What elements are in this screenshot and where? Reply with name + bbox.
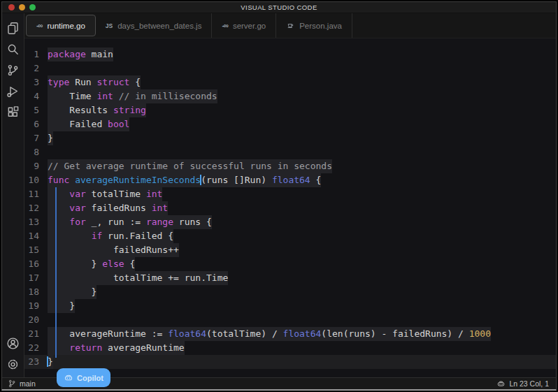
code-line-13[interactable]: 13 for _, run := range runs { bbox=[24, 215, 556, 229]
line-number: 7 bbox=[24, 131, 48, 145]
copilot-button[interactable]: Copilot bbox=[57, 368, 110, 387]
code-line-6[interactable]: 6 Failed bool bbox=[24, 117, 556, 131]
line-number: 12 bbox=[24, 201, 48, 215]
code-line-12[interactable]: 12 var failedRuns int bbox=[24, 201, 556, 215]
tab-bar: -∞runtime.goJSdays_between_dates.js-∞ser… bbox=[24, 13, 556, 38]
code-line-3[interactable]: 3type Run struct { bbox=[24, 75, 556, 89]
code-line-23[interactable]: 23} bbox=[24, 355, 556, 369]
code-line-20[interactable]: 20 bbox=[24, 313, 556, 327]
code-line-22[interactable]: 22 return averageRuntime bbox=[24, 341, 556, 355]
branch-indicator[interactable]: main bbox=[8, 379, 36, 388]
tab-label: days_between_dates.js bbox=[117, 22, 201, 30]
code-text: } bbox=[48, 299, 75, 313]
code-text: Failed bool bbox=[48, 117, 129, 131]
text-cursor bbox=[200, 175, 201, 185]
tab-label: runtime.go bbox=[47, 22, 85, 30]
code-line-11[interactable]: 11 var totalTime int bbox=[24, 187, 556, 201]
account-icon[interactable] bbox=[3, 333, 24, 354]
go-file-icon: -∞ bbox=[222, 22, 227, 29]
code-line-5[interactable]: 5 Results string bbox=[24, 103, 556, 117]
source-control-icon[interactable] bbox=[3, 59, 24, 80]
code-text: return averageRuntime bbox=[48, 341, 185, 355]
code-text: type Run struct { bbox=[48, 75, 141, 89]
maximize-window-button[interactable] bbox=[29, 4, 36, 10]
code-line-15[interactable]: 15 failedRuns++ bbox=[24, 243, 556, 257]
search-icon[interactable] bbox=[3, 38, 24, 59]
workbench: -∞runtime.goJSdays_between_dates.js-∞ser… bbox=[2, 13, 556, 377]
close-window-button[interactable] bbox=[8, 4, 15, 10]
line-number: 6 bbox=[24, 117, 48, 131]
code-text: Results string bbox=[48, 103, 146, 117]
code-line-18[interactable]: 18 } bbox=[24, 285, 556, 299]
activity-bar-bottom bbox=[3, 333, 24, 375]
explorer-icon[interactable] bbox=[3, 17, 24, 38]
tab-person-java[interactable]: Person.java bbox=[276, 13, 352, 38]
line-number: 11 bbox=[24, 187, 48, 201]
line-number: 17 bbox=[24, 271, 48, 285]
git-branch-icon bbox=[8, 379, 16, 388]
code-text: } bbox=[48, 355, 53, 369]
code-line-1[interactable]: 1package main bbox=[24, 48, 556, 61]
screen: Visual Studio Code -∞runtime.goJSdays_be… bbox=[0, 0, 558, 392]
code-line-17[interactable]: 17 totalTime += run.Time bbox=[24, 271, 556, 285]
code-line-4[interactable]: 4 Time int // in milliseconds bbox=[24, 89, 556, 103]
line-number: 13 bbox=[24, 215, 48, 229]
code-text: totalTime += run.Time bbox=[48, 271, 228, 285]
active-indent-guide bbox=[55, 187, 57, 358]
code-text: averageRuntime := float64(totalTime) / f… bbox=[48, 327, 491, 341]
branch-name: main bbox=[20, 379, 36, 388]
line-number: 15 bbox=[24, 243, 48, 257]
window-title: Visual Studio Code bbox=[241, 3, 317, 11]
code-text: for _, run := range runs { bbox=[48, 215, 212, 229]
run-debug-icon[interactable] bbox=[3, 80, 24, 101]
code-line-19[interactable]: 19 } bbox=[24, 299, 556, 313]
code-text: } else { bbox=[48, 257, 135, 271]
code-line-8[interactable]: 8 bbox=[24, 145, 556, 159]
code-text: } bbox=[48, 131, 53, 145]
window-controls bbox=[8, 2, 36, 13]
code-text: failedRuns++ bbox=[48, 243, 179, 257]
code-text: if run.Failed { bbox=[48, 229, 173, 243]
code-text: package main bbox=[48, 48, 113, 61]
line-number: 10 bbox=[24, 173, 48, 187]
code-text: func averageRuntimeInSeconds(runs []Run)… bbox=[48, 173, 321, 187]
line-number: 8 bbox=[24, 145, 48, 159]
line-number: 2 bbox=[24, 61, 48, 75]
code-line-14[interactable]: 14 if run.Failed { bbox=[24, 229, 556, 243]
text-cursor bbox=[47, 356, 48, 367]
tab-server-go[interactable]: -∞server.go bbox=[212, 13, 276, 38]
line-number: 21 bbox=[24, 327, 48, 341]
editor-group: -∞runtime.goJSdays_between_dates.js-∞ser… bbox=[24, 13, 556, 377]
line-number: 14 bbox=[24, 229, 48, 243]
cursor-position-indicator[interactable]: Ln 23 Col, 1 bbox=[496, 379, 549, 389]
tab-days-between-dates-js[interactable]: JSdays_between_dates.js bbox=[96, 13, 213, 38]
code-line-2[interactable]: 2 bbox=[24, 61, 556, 75]
code-line-16[interactable]: 16 } else { bbox=[24, 257, 556, 271]
code-text: var failedRuns int bbox=[48, 201, 168, 215]
line-number: 18 bbox=[24, 285, 48, 299]
extensions-icon[interactable] bbox=[3, 101, 24, 122]
copilot-status-icon bbox=[496, 379, 506, 389]
line-number: 23 bbox=[24, 355, 48, 369]
cursor-position-label: Ln 23 Col, 1 bbox=[509, 379, 549, 388]
code-editor[interactable]: 1package main23type Run struct {4 Time i… bbox=[24, 38, 556, 377]
js-file-icon: JS bbox=[106, 22, 113, 29]
minimize-window-button[interactable] bbox=[19, 4, 25, 10]
code-line-10[interactable]: 10func averageRuntimeInSeconds(runs []Ru… bbox=[24, 173, 556, 187]
tab-runtime-go[interactable]: -∞runtime.go bbox=[26, 15, 96, 36]
code-lines: 1package main23type Run struct {4 Time i… bbox=[24, 48, 556, 369]
vscode-window: Visual Studio Code -∞runtime.goJSdays_be… bbox=[1, 1, 557, 391]
settings-icon[interactable] bbox=[3, 354, 24, 375]
activity-bar bbox=[2, 13, 24, 377]
line-number: 9 bbox=[24, 159, 48, 173]
tab-label: Person.java bbox=[299, 22, 342, 30]
code-line-7[interactable]: 7} bbox=[24, 131, 556, 145]
line-number: 22 bbox=[24, 341, 48, 355]
line-number: 16 bbox=[24, 257, 48, 271]
line-number: 1 bbox=[24, 48, 48, 61]
code-line-21[interactable]: 21 averageRuntime := float64(totalTime) … bbox=[24, 327, 556, 341]
code-line-9[interactable]: 9// Get average runtime of successful ru… bbox=[24, 159, 556, 173]
java-file-icon bbox=[286, 21, 294, 31]
copilot-button-label: Copilot bbox=[77, 374, 103, 382]
copilot-icon bbox=[64, 373, 73, 383]
